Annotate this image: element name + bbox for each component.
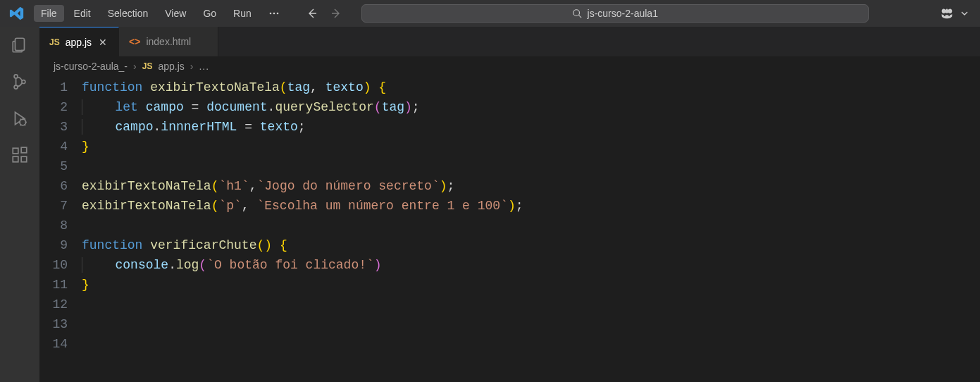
editor-area: JS app.js ✕ <> index.html ✕ js-curso-2-a… xyxy=(39,27,980,382)
nav-forward-icon[interactable] xyxy=(330,8,342,19)
code-line[interactable]: 3 campo.innnerHTML = texto; xyxy=(39,117,980,137)
chevron-right-icon: › xyxy=(190,61,194,72)
line-content[interactable]: campo.innnerHTML = texto; xyxy=(82,117,306,137)
code-line[interactable]: 13 xyxy=(39,314,980,334)
line-number: 6 xyxy=(39,176,82,196)
breadcrumbs[interactable]: js-curso-2-aula_- › JS app.js › ... xyxy=(39,56,980,76)
menu-selection[interactable]: Selection xyxy=(101,5,156,22)
svg-rect-12 xyxy=(13,156,18,162)
code-line[interactable]: 12 xyxy=(39,295,980,314)
run-debug-icon[interactable] xyxy=(8,107,31,130)
line-number: 14 xyxy=(39,334,82,354)
explorer-icon[interactable] xyxy=(8,34,31,56)
close-tab-icon[interactable]: ✕ xyxy=(197,36,208,47)
svg-point-10 xyxy=(20,119,26,125)
svg-rect-14 xyxy=(21,147,27,153)
tab-index-html[interactable]: <> index.html ✕ xyxy=(119,27,218,56)
code-line[interactable]: 6exibirTextoNaTela(`h1`,`Jogo do número … xyxy=(39,176,980,196)
code-line[interactable]: 9function verificarChute() { xyxy=(39,235,980,255)
line-content[interactable]: exibirTextoNaTela(`p`, `Escolha um númer… xyxy=(82,196,523,216)
line-number: 5 xyxy=(39,156,82,176)
line-number: 3 xyxy=(39,117,82,137)
nav-back-icon[interactable] xyxy=(306,8,318,19)
extensions-icon[interactable] xyxy=(8,144,31,166)
js-file-icon: JS xyxy=(142,61,153,71)
svg-point-7 xyxy=(14,75,18,78)
svg-point-6 xyxy=(948,15,950,16)
html-file-icon: <> xyxy=(129,36,140,47)
svg-point-2 xyxy=(276,13,278,15)
line-content[interactable]: function exibirTextoNaTela(tag, texto) { xyxy=(82,78,386,97)
line-content[interactable]: } xyxy=(82,275,89,295)
close-tab-icon[interactable]: ✕ xyxy=(97,37,108,48)
code-line[interactable]: 7exibirTextoNaTela(`p`, `Escolha um núme… xyxy=(39,196,980,216)
indent-guide xyxy=(82,257,89,273)
code-line[interactable]: 2 let campo = document.querySelector(tag… xyxy=(39,97,980,117)
menu-file[interactable]: File xyxy=(34,5,64,22)
line-number: 11 xyxy=(39,275,82,295)
editor-tabs: JS app.js ✕ <> index.html ✕ xyxy=(39,27,980,56)
code-editor[interactable]: 1function exibirTextoNaTela(tag, texto) … xyxy=(39,76,980,382)
line-number: 12 xyxy=(39,295,82,314)
breadcrumb-file[interactable]: app.js xyxy=(158,61,184,72)
copilot-icon[interactable] xyxy=(939,6,955,21)
svg-rect-13 xyxy=(21,156,27,162)
tab-app-js[interactable]: JS app.js ✕ xyxy=(39,27,119,56)
svg-point-1 xyxy=(273,13,275,15)
svg-point-0 xyxy=(269,13,271,15)
svg-line-4 xyxy=(578,16,581,18)
main-area: JS app.js ✕ <> index.html ✕ js-curso-2-a… xyxy=(0,27,980,382)
line-content[interactable]: let campo = document.querySelector(tag); xyxy=(82,97,420,117)
svg-point-3 xyxy=(573,10,579,16)
breadcrumb-folder[interactable]: js-curso-2-aula_- xyxy=(54,61,128,72)
breadcrumb-more[interactable]: ... xyxy=(199,61,209,72)
svg-point-5 xyxy=(944,15,945,16)
tab-label: index.html xyxy=(146,36,191,47)
menu-run[interactable]: Run xyxy=(226,5,259,22)
vscode-logo-icon xyxy=(8,5,25,22)
title-bar: File Edit Selection View Go Run js-curso… xyxy=(0,0,980,27)
activity-bar xyxy=(0,27,39,382)
line-number: 13 xyxy=(39,314,82,334)
code-line[interactable]: 8 xyxy=(39,216,980,235)
line-number: 8 xyxy=(39,216,82,235)
chevron-right-icon: › xyxy=(133,61,137,72)
svg-point-9 xyxy=(22,80,25,84)
indent-guide xyxy=(82,119,89,135)
search-icon xyxy=(572,8,582,18)
indent-guide xyxy=(82,99,89,115)
line-number: 10 xyxy=(39,255,82,275)
source-control-icon[interactable] xyxy=(8,70,31,93)
code-line[interactable]: 10 console.log(`O botão foi clicado!`) xyxy=(39,255,980,275)
menu-edit[interactable]: Edit xyxy=(67,5,98,22)
line-number: 2 xyxy=(39,97,82,117)
line-number: 9 xyxy=(39,235,82,255)
code-line[interactable]: 1function exibirTextoNaTela(tag, texto) … xyxy=(39,78,980,97)
menu-go[interactable]: Go xyxy=(196,5,223,22)
command-center-search[interactable]: js-curso-2-aula1 xyxy=(361,4,869,23)
code-line[interactable]: 11} xyxy=(39,275,980,295)
search-text: js-curso-2-aula1 xyxy=(588,8,658,19)
svg-rect-11 xyxy=(13,148,18,154)
line-number: 4 xyxy=(39,137,82,156)
code-line[interactable]: 5 xyxy=(39,156,980,176)
line-number: 1 xyxy=(39,78,82,97)
svg-point-8 xyxy=(14,85,18,89)
chevron-down-icon[interactable] xyxy=(960,9,969,18)
line-content[interactable]: console.log(`O botão foi clicado!`) xyxy=(82,255,382,275)
code-line[interactable]: 14 xyxy=(39,334,980,354)
code-line[interactable]: 4} xyxy=(39,137,980,156)
js-file-icon: JS xyxy=(49,37,60,47)
tab-label: app.js xyxy=(66,37,92,48)
line-content[interactable]: function verificarChute() { xyxy=(82,235,287,255)
menu-more-icon[interactable] xyxy=(261,5,287,22)
line-number: 7 xyxy=(39,196,82,216)
line-content[interactable]: } xyxy=(82,137,89,156)
menu-view[interactable]: View xyxy=(158,5,193,22)
line-content[interactable]: exibirTextoNaTela(`h1`,`Jogo do número s… xyxy=(82,176,454,196)
